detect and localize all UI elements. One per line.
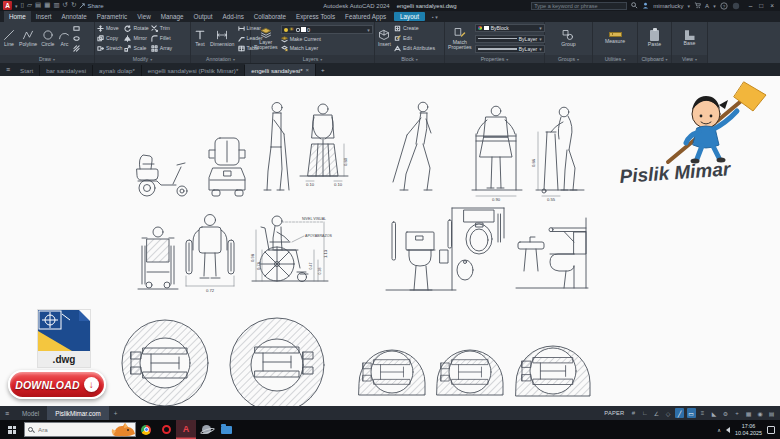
workspace-gear-icon[interactable]: ⚙ <box>721 408 730 418</box>
fillet-button[interactable]: Fillet <box>151 35 172 42</box>
file-tab-engelli-active[interactable]: engelli sandalyesi* × <box>245 64 316 76</box>
panel-properties-label[interactable]: Properties <box>445 55 544 63</box>
make-current-button[interactable]: Make Current <box>281 36 373 43</box>
annotation-scale-icon[interactable]: + <box>733 408 742 418</box>
mirror-button[interactable]: Mirror <box>124 35 148 42</box>
file-tabs-menu-icon[interactable]: ≡ <box>2 66 14 73</box>
user-avatar-icon[interactable] <box>642 2 649 9</box>
account-caret-icon[interactable]: ▾ <box>713 3 716 9</box>
download-button[interactable]: DOWNLOAD ↓ <box>8 370 106 399</box>
notification-bell-icon[interactable] <box>732 2 740 10</box>
start-button[interactable] <box>0 420 24 439</box>
tab-featured-apps[interactable]: Featured Apps <box>340 11 391 22</box>
lineweight-icon[interactable]: ≡ <box>698 408 707 418</box>
app-store-cart-icon[interactable] <box>694 2 701 9</box>
panel-annotation-label[interactable]: Annotation <box>191 55 250 63</box>
autocad-app-icon[interactable]: A <box>3 1 12 10</box>
layout-tabs-menu-icon[interactable]: ≡ <box>0 406 14 420</box>
file-tab-aynali-dolap[interactable]: aynalı dolap* <box>93 65 142 76</box>
rectangle-tool-icon[interactable] <box>73 25 80 32</box>
customize-icon[interactable]: ▤ <box>767 408 776 418</box>
osnap-icon[interactable]: ▭ <box>687 408 696 418</box>
tab-output[interactable]: Output <box>189 11 218 22</box>
scale-button[interactable]: Scale <box>124 45 148 52</box>
match-properties-button[interactable]: Match Properties <box>447 23 473 54</box>
dimension-button[interactable]: Dimension <box>209 23 236 54</box>
trim-button[interactable]: Trim <box>151 25 172 32</box>
copy-button[interactable]: Copy <box>97 35 122 42</box>
panel-layers-label[interactable]: Layers <box>251 55 374 63</box>
panel-utilities-label[interactable]: Utilities <box>593 55 637 63</box>
close-tab-icon[interactable]: × <box>306 67 310 73</box>
signed-in-user[interactable]: mimarlucky <box>653 3 683 9</box>
dynamic-input-icon[interactable]: ╱ <box>675 408 684 418</box>
create-block-button[interactable]: Create <box>394 25 435 32</box>
tab-annotate[interactable]: Annotate <box>57 11 92 22</box>
group-button[interactable]: Group <box>560 23 576 54</box>
quick-properties-icon[interactable]: ▦ <box>744 408 753 418</box>
window-maximize-button[interactable]: □ <box>759 2 763 9</box>
snap-icon[interactable]: ∟ <box>641 408 650 418</box>
stretch-button[interactable]: Stretch <box>97 45 122 52</box>
measure-button[interactable]: Measure <box>604 39 626 44</box>
user-menu-caret-icon[interactable]: ▾ <box>688 3 691 9</box>
polar-tracking-icon[interactable]: ∠ <box>652 408 661 418</box>
arc-button[interactable]: Arc <box>57 23 71 54</box>
volume-icon[interactable] <box>726 427 730 433</box>
selection-cycling-icon[interactable]: ◣ <box>710 408 719 418</box>
array-button[interactable]: Array <box>151 45 172 52</box>
isolate-objects-icon[interactable]: ◉ <box>756 408 765 418</box>
tab-view[interactable]: View <box>132 11 156 22</box>
grid-icon[interactable]: # <box>629 408 638 418</box>
tab-addins[interactable]: Add-ins <box>217 11 248 22</box>
move-button[interactable]: Move <box>97 25 122 32</box>
rotate-button[interactable]: Rotate <box>124 25 148 32</box>
action-center-icon[interactable] <box>767 426 775 434</box>
tab-express-tools[interactable]: Express Tools <box>291 11 340 22</box>
panel-block-label[interactable]: Block <box>375 55 444 63</box>
ribbon-options-caret-icon[interactable]: ▪ ▾ <box>428 11 442 22</box>
object-color-dropdown[interactable]: ByBlock ▾ <box>475 24 545 32</box>
layer-lock-icon[interactable] <box>296 28 300 32</box>
help-icon[interactable]: ? <box>720 2 728 10</box>
autodesk-account-letter[interactable]: A <box>705 3 709 9</box>
layer-properties-button[interactable]: Layer Properties <box>253 23 279 54</box>
new-layout-button[interactable]: + <box>109 406 123 420</box>
plot-icon[interactable]: ▥ <box>53 2 59 9</box>
taskbar-app-autocad[interactable]: A <box>176 420 196 439</box>
layer-freeze-sun-icon[interactable]: ☀ <box>289 27 294 33</box>
share-button[interactable]: Share <box>79 3 103 9</box>
taskbar-clock[interactable]: 17:06 10.04.2025 <box>735 423 762 436</box>
taskbar-app-planet[interactable] <box>196 420 216 439</box>
new-drawing-tab-button[interactable]: + <box>316 66 330 73</box>
layer-dropdown-caret-icon[interactable]: ▾ <box>367 27 370 33</box>
tab-manage[interactable]: Manage <box>156 11 189 22</box>
line-button[interactable]: Line <box>2 23 16 54</box>
tab-home[interactable]: Home <box>4 11 31 22</box>
help-search-input[interactable] <box>531 2 627 10</box>
taskbar-app-opera[interactable] <box>156 420 176 439</box>
layer-color-swatch[interactable] <box>301 27 306 32</box>
lineweight-dropdown[interactable]: ByLayer ▾ <box>475 45 545 53</box>
isodraft-icon[interactable]: ◇ <box>664 408 673 418</box>
redo-icon[interactable]: ↻ <box>71 2 76 9</box>
model-tab[interactable]: Model <box>14 406 47 420</box>
window-minimize-button[interactable]: – <box>749 2 753 9</box>
drawing-area[interactable]: 0.10 0.10 0.80 0.90 <box>0 76 780 406</box>
polyline-button[interactable]: Polyline <box>18 23 38 54</box>
panel-clipboard-label[interactable]: Clipboard <box>638 55 671 63</box>
paste-button[interactable]: Paste <box>647 42 662 47</box>
layer-select-dropdown[interactable]: ☀ 0 ▾ <box>281 25 373 34</box>
tray-expand-icon[interactable]: ∧ <box>717 427 721 433</box>
app-menu-caret-icon[interactable]: ▾ <box>15 3 18 9</box>
base-button[interactable]: Base <box>683 41 697 46</box>
circle-button[interactable]: Circle <box>40 23 55 54</box>
undo-icon[interactable]: ↺ <box>63 2 68 9</box>
search-highlight-fox-graphic[interactable] <box>110 423 136 436</box>
window-close-button[interactable]: × <box>770 2 774 9</box>
hatch-tool-icon[interactable] <box>73 45 80 52</box>
panel-draw-label[interactable]: Draw <box>0 55 94 63</box>
new-file-icon[interactable]: ▯ <box>21 2 25 9</box>
edit-block-button[interactable]: Edit <box>394 35 435 42</box>
save-as-icon[interactable]: ▦ <box>44 2 50 9</box>
